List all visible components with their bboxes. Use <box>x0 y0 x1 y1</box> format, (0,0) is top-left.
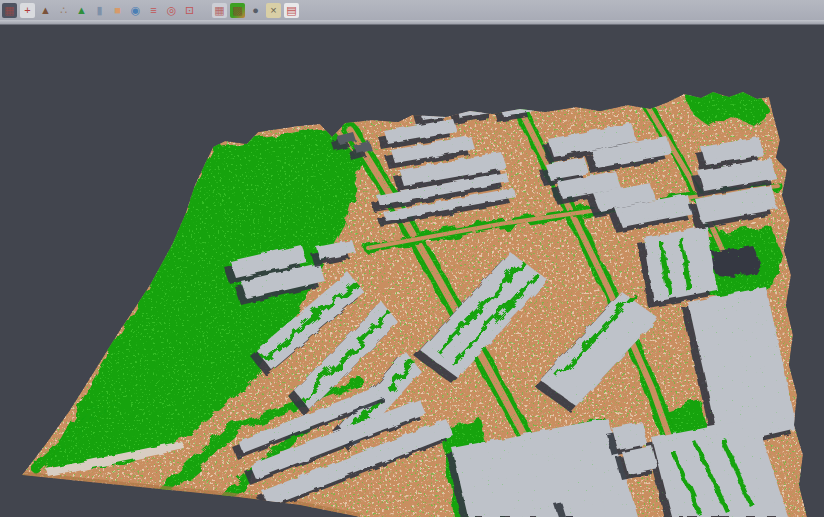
orthophoto-icon[interactable]: ■ <box>110 3 125 18</box>
target-ring-icon[interactable]: ◎ <box>164 3 179 18</box>
dem-terrain-icon[interactable]: ▲ <box>74 3 89 18</box>
align-markers-icon[interactable]: + <box>20 3 35 18</box>
column-chart-icon[interactable]: ▮ <box>92 3 107 18</box>
layer-stack-icon[interactable]: ≡ <box>146 3 161 18</box>
grid-red-icon[interactable]: ▦ <box>212 3 227 18</box>
map-cross-icon[interactable]: × <box>266 3 281 18</box>
terrain-brown-icon[interactable]: ▲ <box>38 3 53 18</box>
selection-grid-icon[interactable]: ▦ <box>2 3 17 18</box>
point-cloud-icon[interactable]: ∴ <box>56 3 71 18</box>
striped-flag-icon[interactable]: ▤ <box>284 3 299 18</box>
classified-map-icon[interactable]: ▩ <box>230 3 245 18</box>
viewport-3d[interactable] <box>0 25 824 517</box>
crop-bounds-icon[interactable]: ⊡ <box>182 3 197 18</box>
dark-sphere-icon[interactable]: ● <box>248 3 263 18</box>
main-toolbar: ▦+▲∴▲▮■◉≡◎⊡▦▩●×▤ <box>0 0 824 20</box>
globe-icon[interactable]: ◉ <box>128 3 143 18</box>
